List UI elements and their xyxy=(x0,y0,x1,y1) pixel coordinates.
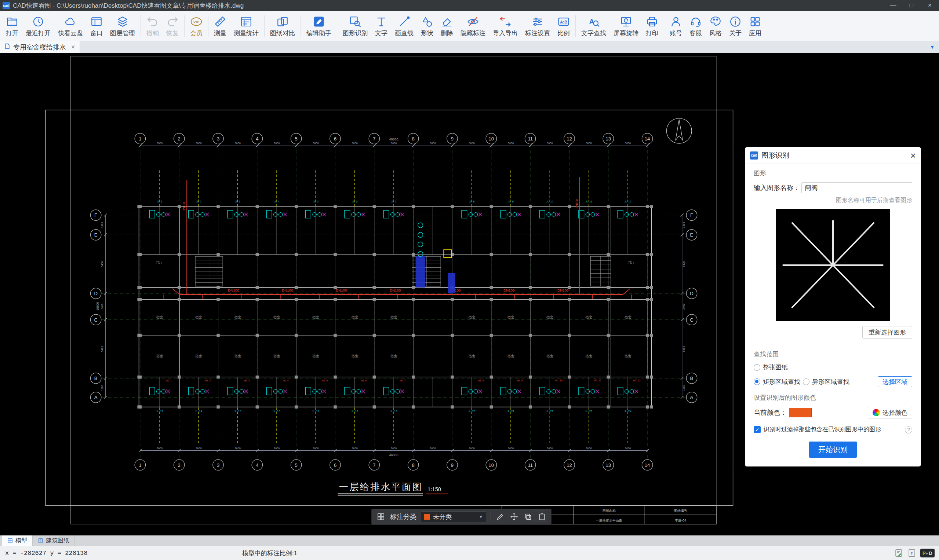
layers-icon xyxy=(116,15,129,29)
drawing-file-icon xyxy=(5,43,10,51)
dialog-header[interactable]: cad 图形识别 × xyxy=(745,147,921,164)
toolbar-support[interactable]: 客服 xyxy=(686,13,706,39)
svg-text:3600: 3600 xyxy=(313,447,319,450)
toolbar-apps[interactable]: 应用 xyxy=(745,13,765,39)
tab-close-icon[interactable]: × xyxy=(71,43,75,51)
svg-text:一层给排水平面图: 一层给排水平面图 xyxy=(339,482,423,492)
start-recognition-button[interactable]: 开始识别 xyxy=(809,442,857,458)
copy-annotation-icon[interactable] xyxy=(523,512,533,522)
toolbar-annotation-settings[interactable]: 标注设置 xyxy=(521,13,554,39)
toolbar-rotate[interactable]: 屏幕旋转 xyxy=(610,13,642,39)
toolbar-vip[interactable]: VIP会员 xyxy=(187,13,206,39)
paste-annotation-icon[interactable] xyxy=(537,512,547,522)
shape-name-hint: 图形名称可用于后期查看图形 xyxy=(754,197,912,204)
tab-model[interactable]: 模型 xyxy=(2,535,32,546)
svg-text:B: B xyxy=(94,375,98,381)
toolbar-import-export[interactable]: 导入导出 xyxy=(489,13,521,39)
toolbar-open[interactable]: 打开 xyxy=(2,13,22,39)
annotation-category-label: 标注分类 xyxy=(390,512,416,521)
select-color-button[interactable]: 选择颜色 xyxy=(868,407,912,418)
shape-name-input[interactable] xyxy=(802,182,912,193)
filter-checkbox-label: 识别时过滤掉那些包含在已识别图形中的图形 xyxy=(763,426,881,434)
document-tab[interactable]: 专用宿舍楼给排水 × xyxy=(0,41,80,53)
svg-text:一层给排水平面图: 一层给排水平面图 xyxy=(596,518,622,522)
svg-text:10: 10 xyxy=(489,136,494,142)
toolbar-scale[interactable]: A:B比例 xyxy=(554,13,574,39)
toolbar-about[interactable]: 关于 xyxy=(725,13,745,39)
svg-text:13: 13 xyxy=(606,136,611,142)
toolbar-recent[interactable]: 最近打开 xyxy=(22,13,54,39)
shape-section-label: 图形 xyxy=(754,169,912,177)
toolbar-account[interactable]: 账号 xyxy=(666,13,686,39)
toolbar-measure[interactable]: 测量 xyxy=(210,13,230,39)
annotation-export-icon[interactable] xyxy=(894,548,904,558)
svg-text:3600: 3600 xyxy=(586,142,592,145)
svg-text:16800: 16800 xyxy=(96,302,99,310)
svg-text:3600: 3600 xyxy=(508,142,514,145)
svg-text:3600: 3600 xyxy=(274,447,280,450)
reselect-shape-button[interactable]: 重新选择图形 xyxy=(862,326,912,338)
move-annotation-icon[interactable] xyxy=(509,512,519,522)
svg-text:DN100: DN100 xyxy=(390,288,401,292)
radio-rect-area[interactable] xyxy=(754,378,760,385)
toolbar-text[interactable]: 文字 xyxy=(372,13,391,39)
toolbar-print[interactable]: 打印 xyxy=(642,13,662,39)
toolbar-delete[interactable]: 删除 xyxy=(437,13,457,39)
svg-text:12: 12 xyxy=(567,462,572,468)
toolbar-hide[interactable]: 隐藏标注 xyxy=(457,13,489,39)
sheet-icon xyxy=(38,538,43,543)
toolbar-measure-stats[interactable]: 测量统计 xyxy=(230,13,262,39)
about-icon xyxy=(729,15,742,29)
svg-text:7: 7 xyxy=(373,462,375,468)
toolbar-shapes[interactable]: 形状 xyxy=(417,13,437,39)
toolbar-label: 文字 xyxy=(375,29,387,37)
toolbar-label: 比例 xyxy=(557,29,570,37)
help-icon[interactable]: ? xyxy=(905,426,912,434)
toolbar-window[interactable]: 窗口 xyxy=(86,13,106,39)
tabbar-dropdown-icon[interactable]: ▼ xyxy=(930,45,934,50)
toolbar-recognition[interactable]: 图形识别 xyxy=(339,13,372,39)
svg-text:3600: 3600 xyxy=(391,142,397,145)
range-section-label: 查找范围 xyxy=(754,350,912,358)
rotate-icon xyxy=(620,15,632,29)
category-dropdown[interactable]: 未分类 ▼ xyxy=(421,511,486,522)
shape-preview xyxy=(776,209,890,321)
svg-text:宿舍: 宿舍 xyxy=(546,315,554,319)
select-area-button[interactable]: 选择区域 xyxy=(878,376,912,387)
toolbar-separator xyxy=(208,15,208,37)
toolbar-compare[interactable]: 图纸对比 xyxy=(267,13,299,39)
radio-whole-drawing[interactable] xyxy=(754,364,760,371)
close-icon[interactable]: × xyxy=(910,151,916,160)
tab-building-drawings[interactable]: 建筑图纸 xyxy=(32,535,75,546)
color-wheel-icon xyxy=(873,409,880,416)
svg-text:3600: 3600 xyxy=(430,447,436,450)
svg-text:3600: 3600 xyxy=(235,447,241,450)
svg-text:JL-9: JL-9 xyxy=(508,200,513,203)
svg-text:JL-6: JL-6 xyxy=(352,200,358,203)
edit-annotation-icon[interactable] xyxy=(495,512,505,522)
gate-valve-symbol xyxy=(776,209,890,321)
svg-text:宿舍: 宿舍 xyxy=(351,354,359,358)
toolbar-style[interactable]: 风格 xyxy=(706,13,725,39)
toolbar-text-search[interactable]: A文字查找 xyxy=(578,13,610,39)
tab-model-label: 模型 xyxy=(15,537,27,545)
toolbar-label: 快看云盘 xyxy=(58,29,83,37)
svg-text:2: 2 xyxy=(178,462,180,468)
edit-assistant-icon xyxy=(313,15,325,29)
toolbar-line[interactable]: 画直线 xyxy=(391,13,417,39)
close-button[interactable]: × xyxy=(920,0,939,11)
filter-checkbox[interactable]: ✓ xyxy=(754,426,761,433)
toolbar-label: 隐藏标注 xyxy=(461,29,486,37)
maximize-button[interactable]: □ xyxy=(902,0,920,11)
print-icon xyxy=(646,15,658,29)
toolbar-edit-assistant[interactable]: 编辑助手 xyxy=(303,13,335,39)
current-color-swatch[interactable] xyxy=(789,408,812,417)
category-grid-icon[interactable] xyxy=(376,512,385,522)
toolbar-cloud[interactable]: 快看云盘 xyxy=(54,13,86,39)
minimize-button[interactable]: — xyxy=(884,0,902,11)
image-export-icon[interactable] xyxy=(907,548,917,558)
toolbar-layers[interactable]: 图层管理 xyxy=(106,13,139,39)
drawing-canvas[interactable]: 11223344556677889910101111121213131414FF… xyxy=(0,53,939,535)
pdf-convert-icon[interactable]: P ▸ D xyxy=(920,549,934,557)
radio-poly-area[interactable] xyxy=(803,378,809,385)
